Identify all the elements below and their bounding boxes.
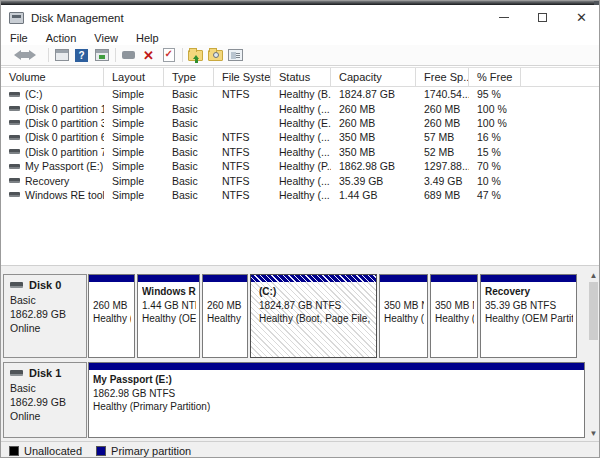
table-row[interactable]: (C:) Simple Basic NTFS Healthy (B... 182… <box>1 87 600 101</box>
partition-disk1-my-passport[interactable]: My Passport (E:) 1862.98 GB NTFS Healthy… <box>88 362 585 438</box>
disk-0-partitions: 260 MB Healthy ( Windows R 1.44 GB NTF H… <box>88 274 577 358</box>
partition-title: Windows R <box>142 285 196 299</box>
partition-disk0-recovery[interactable]: Recovery 35.39 GB NTFS Healthy (OEM Part… <box>480 274 577 358</box>
forward-icon[interactable] <box>26 47 43 63</box>
partition-color-bar <box>89 275 134 282</box>
column-header-capacity[interactable]: Capacity <box>331 68 416 86</box>
partition-size: 350 MB N <box>384 299 424 313</box>
vertical-scrollbar[interactable]: ▲ ▼ <box>588 269 599 439</box>
scrollbar-thumb[interactable] <box>589 282 598 340</box>
blank-cell <box>521 116 600 130</box>
help-icon[interactable]: ? <box>73 47 90 63</box>
context-menu-icon[interactable] <box>120 47 137 63</box>
disk-kind: Basic <box>10 293 86 307</box>
layout-cell: Simple <box>104 173 164 187</box>
partition-status: Healthy ( <box>93 312 131 326</box>
pctfree-cell: 100 % <box>469 116 521 130</box>
disk-icon <box>10 370 23 376</box>
volume-cell: (C:) <box>1 87 104 101</box>
partition-color-bar <box>380 275 427 282</box>
column-header-status[interactable]: Status <box>271 68 331 86</box>
partition-color-bar <box>431 275 477 282</box>
layout-cell: Simple <box>104 87 164 101</box>
volume-cell: (Disk 0 partition 7) <box>1 145 104 159</box>
table-row[interactable]: (Disk 0 partition 3) Simple Basic Health… <box>1 116 600 130</box>
volume-label: Recovery <box>25 175 69 187</box>
back-icon[interactable] <box>6 47 23 63</box>
menu-bar: File Action View Help <box>1 30 600 45</box>
free-cell: 57 MB <box>416 130 469 144</box>
free-cell: 689 MB <box>416 188 469 202</box>
window-controls: ✕ <box>484 5 600 30</box>
pctfree-cell: 47 % <box>469 188 521 202</box>
type-cell: Basic <box>164 188 214 202</box>
toolbar-separator <box>182 48 183 62</box>
volume-label: (Disk 0 partition 6) <box>25 131 104 143</box>
legend-label: Primary partition <box>111 445 191 457</box>
blank-cell <box>521 87 600 101</box>
folder-up-icon[interactable] <box>187 47 204 63</box>
scroll-up-icon[interactable]: ▲ <box>588 269 599 281</box>
partition-disk0-p1[interactable]: 260 MB Healthy ( <box>88 274 135 358</box>
partition-disk0-p3[interactable]: 260 MB Healthy ( <box>202 274 248 358</box>
primary-partition-swatch <box>96 446 106 456</box>
column-header-pctfree[interactable]: % Free <box>469 68 521 86</box>
table-row[interactable]: My Passport (E:) Simple Basic NTFS Healt… <box>1 159 600 173</box>
partition-size: 260 MB <box>207 299 244 313</box>
column-header-filesystem[interactable]: File System <box>214 68 271 86</box>
status-cell: Healthy (... <box>271 188 331 202</box>
console-window-icon[interactable] <box>53 47 70 63</box>
partition-disk0-c-drive[interactable]: (C:) 1824.87 GB NTFS Healthy (Boot, Page… <box>250 274 377 358</box>
menu-file[interactable]: File <box>1 32 37 44</box>
capacity-cell: 1824.87 GB <box>331 87 416 101</box>
partition-disk0-p7[interactable]: 350 MB N Healthy ( <box>430 274 478 358</box>
column-header-freespace[interactable]: Free Sp... <box>416 68 469 86</box>
column-header-volume[interactable]: Volume <box>1 68 104 86</box>
show-window-icon[interactable] <box>93 47 110 63</box>
partition-color-bar <box>251 275 376 282</box>
partition-color-bar <box>203 275 247 282</box>
capacity-cell: 1.44 GB <box>331 188 416 202</box>
partition-title <box>384 285 424 299</box>
status-cell: Healthy (... <box>271 145 331 159</box>
type-cell: Basic <box>164 130 214 144</box>
properties-icon[interactable] <box>227 47 244 63</box>
menu-action[interactable]: Action <box>37 32 86 44</box>
table-row[interactable]: Windows RE tools Simple Basic NTFS Healt… <box>1 188 600 202</box>
volume-icon <box>9 178 20 183</box>
delete-volume-icon[interactable]: ✕ <box>140 47 157 63</box>
volume-cell: Windows RE tools <box>1 188 104 202</box>
disk-0-row: Disk 0 Basic 1862.89 GB Online 260 MB He… <box>3 274 599 358</box>
partition-size: 1.44 GB NTF <box>142 299 196 313</box>
maximize-button[interactable] <box>523 5 562 30</box>
partition-size: 1862.98 GB NTFS <box>93 387 581 401</box>
minimize-button[interactable] <box>484 5 523 30</box>
layout-cell: Simple <box>104 101 164 115</box>
volume-icon <box>9 164 20 169</box>
column-header-type[interactable]: Type <box>164 68 214 86</box>
volume-cell: (Disk 0 partition 1) <box>1 101 104 115</box>
volume-icon <box>9 149 20 154</box>
scroll-down-icon[interactable]: ▼ <box>588 427 599 439</box>
table-row[interactable]: (Disk 0 partition 1) Simple Basic Health… <box>1 101 600 115</box>
table-row[interactable]: Recovery Simple Basic NTFS Healthy (... … <box>1 173 600 187</box>
volume-list: Volume Layout Type File System Status Ca… <box>1 67 600 265</box>
volume-cell: (Disk 0 partition 6) <box>1 130 104 144</box>
volume-label: (Disk 0 partition 7) <box>25 146 104 158</box>
disk-1-panel[interactable]: Disk 1 Basic 1862.99 GB Online <box>3 362 87 438</box>
partition-disk0-windows-re[interactable]: Windows R 1.44 GB NTF Healthy (OEI <box>137 274 200 358</box>
table-row[interactable]: (Disk 0 partition 6) Simple Basic NTFS H… <box>1 130 600 144</box>
check-document-icon[interactable] <box>160 47 177 63</box>
disk-0-title: Disk 0 <box>10 279 86 291</box>
disk-0-panel[interactable]: Disk 0 Basic 1862.89 GB Online <box>3 274 87 358</box>
folder-search-icon[interactable] <box>207 47 224 63</box>
partition-title <box>207 285 244 299</box>
capacity-cell: 260 MB <box>331 101 416 115</box>
close-button[interactable]: ✕ <box>562 5 600 30</box>
menu-help[interactable]: Help <box>127 32 168 44</box>
volume-label: Windows RE tools <box>25 189 104 201</box>
table-row[interactable]: (Disk 0 partition 7) Simple Basic NTFS H… <box>1 145 600 159</box>
column-header-layout[interactable]: Layout <box>104 68 164 86</box>
partition-disk0-p6[interactable]: 350 MB N Healthy ( <box>379 274 428 358</box>
menu-view[interactable]: View <box>85 32 127 44</box>
